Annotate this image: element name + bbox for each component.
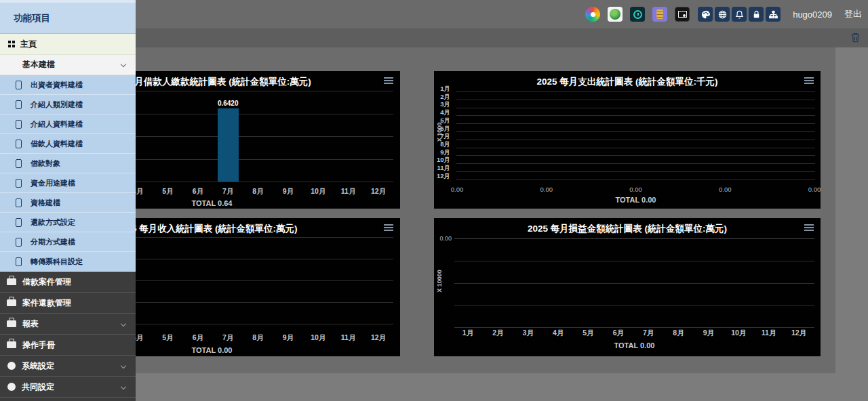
sidebar-subitem[interactable]: 介紹人類別建檔: [0, 95, 136, 114]
sidebar-item-label: 案件還款管理: [22, 297, 71, 309]
sidebar-group-label: 基本建檔: [22, 59, 55, 70]
chart-total: TOTAL 0.00: [456, 196, 815, 204]
chart-menu-icon[interactable]: [384, 224, 393, 232]
x-axis-tick-label: 2月: [492, 329, 503, 338]
sidebar-group-basic-files[interactable]: 基本建檔: [0, 55, 136, 75]
chevron-down-icon: [121, 321, 126, 326]
sidebar-sections: 借款案件管理案件還款管理報表操作手冊系統設定共同設定: [0, 272, 136, 398]
x-axis-tick-label: 0.00: [719, 186, 732, 193]
username-label: hugo0209: [793, 9, 832, 20]
green-app-icon[interactable]: [608, 7, 623, 22]
x-axis-tick-label: 12月: [791, 329, 806, 338]
document-icon: [16, 81, 22, 89]
briefcase-icon: [7, 278, 16, 285]
chevron-down-icon: [121, 363, 126, 368]
sidebar: 功能項目 主頁 基本建檔 出資者資料建檔介紹人類別建檔介紹人資料建檔借款人資料建…: [0, 0, 136, 401]
clock-icon[interactable]: [630, 7, 645, 22]
document-icon: [16, 179, 22, 188]
bell-icon[interactable]: [732, 7, 747, 22]
sidebar-title: 功能項目: [0, 3, 136, 34]
sidebar-subitem[interactable]: 資金用途建檔: [0, 173, 136, 193]
sidebar-subitem[interactable]: 借款對象: [0, 154, 136, 173]
sidebar-subitem-label: 分期方式建檔: [31, 237, 75, 247]
sidebar-item-label: 操作手冊: [22, 339, 55, 351]
globe-icon[interactable]: [715, 7, 730, 22]
sidebar-subitem[interactable]: 分期方式建檔: [0, 232, 136, 252]
sidebar-subitem-label: 轉傳票科目設定: [31, 257, 83, 267]
briefcase-icon: [7, 341, 16, 348]
circle-icon: [7, 383, 16, 391]
sidebar-subitem[interactable]: 借款人資料建檔: [0, 134, 136, 154]
sidebar-subitem[interactable]: 介紹人資料建檔: [0, 114, 136, 134]
x-axis-tick-label: 11月: [762, 329, 776, 338]
sidebar-item-loan-case-management[interactable]: 借款案件管理: [0, 272, 136, 293]
x-axis-tick-label: 7月: [222, 187, 233, 196]
gridline: [454, 238, 814, 239]
sidebar-subitem-label: 介紹人資料建檔: [31, 119, 83, 129]
x-axis-tick-label: 0.00: [808, 186, 821, 193]
x-axis-tick-label: 7月: [643, 329, 654, 338]
sidebar-basic-items: 出資者資料建檔介紹人類別建檔介紹人資料建檔借款人資料建檔借款對象資金用途建檔資格…: [0, 75, 136, 272]
x-axis-tick-label: 11月: [341, 333, 356, 343]
chevron-down-icon: [121, 384, 126, 389]
sidebar-subitem-label: 資格建檔: [31, 198, 60, 208]
chart-menu-icon[interactable]: [804, 77, 814, 85]
x-axis-tick-label: 6月: [193, 333, 203, 343]
presentation-board-icon[interactable]: [675, 7, 690, 22]
sidebar-item-case-repayment-management[interactable]: 案件還款管理: [0, 293, 136, 314]
y-axis-title: X 10000: [436, 261, 443, 301]
sidebar-subitem[interactable]: 轉傳票科目設定: [0, 252, 136, 272]
x-axis-tick-label: 5月: [583, 329, 593, 338]
x-axis-tick-label: 12月: [371, 187, 386, 196]
sidebar-item-home[interactable]: 主頁: [0, 34, 136, 55]
x-axis-tick-label: 9月: [283, 333, 294, 343]
briefcase-icon: [7, 299, 16, 306]
gridline: [454, 283, 814, 284]
document-icon: [16, 238, 22, 247]
sidebar-subitem[interactable]: 出資者資料建檔: [0, 75, 136, 95]
gridline: [456, 140, 815, 140]
y-axis-tick-label: 0.00: [434, 235, 452, 242]
briefcase-icon: [7, 320, 16, 327]
y-axis-title: X 1000: [436, 112, 443, 152]
x-axis-tick-label: 6月: [613, 329, 624, 338]
circle-icon: [7, 362, 16, 370]
x-axis-tick-label: 9月: [703, 329, 714, 338]
scroll-icon[interactable]: [652, 7, 667, 22]
sidebar-item-label: 報表: [22, 318, 39, 330]
gridline: [456, 171, 815, 172]
chart-menu-icon[interactable]: [804, 224, 814, 232]
x-axis-tick-label: 8月: [252, 333, 263, 343]
x-axis-tick-label: 6月: [193, 187, 203, 196]
document-icon: [16, 257, 22, 266]
gridline: [456, 123, 815, 124]
sidebar-item-common-settings[interactable]: 共同設定: [0, 377, 136, 398]
sidebar-item-manual[interactable]: 操作手冊: [0, 335, 136, 356]
y-axis-tick-label: 2月: [434, 93, 450, 100]
palette-icon[interactable]: [698, 7, 713, 22]
trash-icon[interactable]: [850, 32, 861, 43]
chart-menu-icon[interactable]: [384, 77, 393, 85]
sidebar-subitem[interactable]: 還款方式設定: [0, 213, 136, 232]
gridline: [456, 108, 815, 108]
sidebar-item-system-settings[interactable]: 系統設定: [0, 356, 136, 377]
pinwheel-logo-icon[interactable]: [585, 7, 600, 22]
sidebar-item-label: 系統設定: [22, 360, 54, 372]
chart-monthly-profit-loss: 2025 每月損益金額統計圖表 (統計金額單位:萬元) 1月2月3月4月5月6月…: [434, 218, 821, 356]
gridline: [456, 163, 815, 164]
x-axis-tick-label: 9月: [283, 187, 294, 196]
sidebar-subitem-label: 介紹人類別建檔: [31, 100, 83, 110]
gridline: [456, 115, 815, 116]
y-axis-tick-label: 11月: [434, 165, 450, 171]
lock-icon[interactable]: [749, 7, 764, 22]
x-axis-tick-label: 12月: [371, 333, 386, 343]
sidebar-subitem[interactable]: 資格建檔: [0, 193, 136, 213]
sidebar-item-reports[interactable]: 報表: [0, 314, 136, 335]
x-axis-tick-label: 4月: [553, 329, 564, 338]
document-icon: [16, 218, 22, 227]
logout-button[interactable]: 登出: [844, 8, 862, 20]
sitemap-icon[interactable]: [766, 7, 781, 22]
gridline: [456, 131, 815, 132]
x-axis-tick-label: 5月: [162, 333, 173, 343]
x-axis-tick-label: 3月: [523, 329, 534, 338]
